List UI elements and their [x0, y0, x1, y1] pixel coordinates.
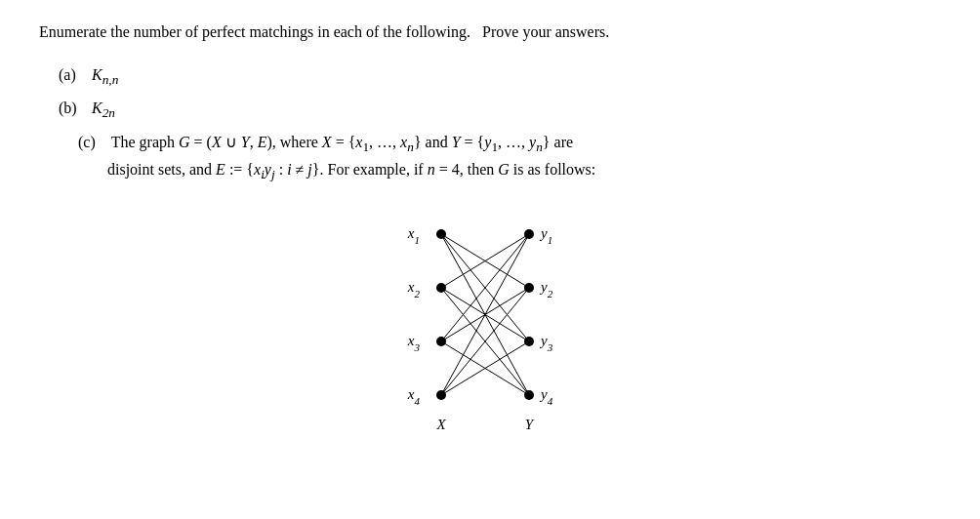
label-x2: x2 — [407, 279, 421, 299]
graph-svg: x1 x2 x3 x4 y1 y2 y3 y4 X Y — [383, 205, 597, 459]
label-y1: y1 — [539, 225, 552, 246]
part-a: (a) Kn,n — [39, 62, 941, 91]
part-b-label: (b) — [59, 96, 88, 121]
node-x4 — [436, 390, 446, 400]
label-y2: y2 — [539, 279, 553, 299]
part-c-text: (c) The graph G = (X ∪ Y, E), where X = … — [59, 130, 941, 158]
label-y4: y4 — [539, 386, 553, 407]
node-x3 — [436, 337, 446, 346]
node-y1 — [524, 229, 534, 239]
node-y3 — [524, 337, 534, 346]
main-content: Enumerate the number of perfect matching… — [39, 20, 941, 459]
x-axis-label: X — [435, 417, 446, 432]
label-y3: y3 — [539, 333, 553, 353]
label-x1: x1 — [407, 225, 420, 246]
node-y4 — [524, 390, 534, 400]
part-a-content: Kn,n — [92, 66, 118, 83]
label-x3: x3 — [407, 333, 421, 353]
part-c: (c) The graph G = (X ∪ Y, E), where X = … — [39, 130, 941, 185]
part-a-label: (a) — [59, 62, 88, 88]
node-y2 — [524, 283, 534, 293]
label-x4: x4 — [407, 386, 421, 407]
y-axis-label: Y — [525, 417, 535, 432]
part-b: (b) K2n — [39, 96, 941, 124]
part-c-line1: The graph G = (X ∪ Y, E), where X = {x1,… — [111, 134, 573, 150]
part-c-label: (c) — [78, 130, 107, 155]
part-b-content: K2n — [92, 100, 115, 116]
intro-text: Enumerate the number of perfect matching… — [39, 20, 941, 45]
node-x2 — [436, 283, 446, 293]
part-c-line2: disjoint sets, and E := {xiyj : i ≠ j}. … — [59, 157, 941, 185]
node-x1 — [436, 229, 446, 239]
graph-diagram: x1 x2 x3 x4 y1 y2 y3 y4 X Y — [39, 205, 941, 459]
